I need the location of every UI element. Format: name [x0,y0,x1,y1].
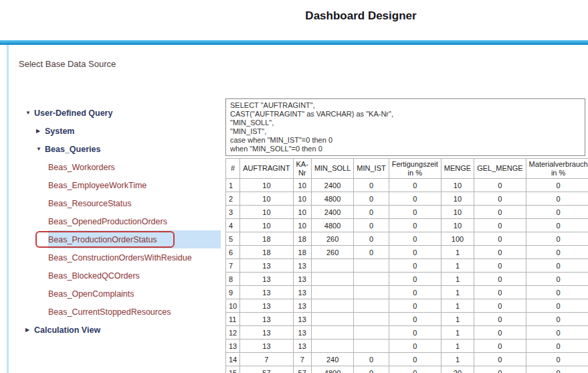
data-cell: 13 [240,286,293,299]
tree-item-label: Beas_OpenedProductionOrders [48,217,167,226]
table-row: 147724000100 [226,353,588,366]
tree-item-label: Beas_CurrentStoppedResources [48,307,171,317]
data-cell: 13 [293,273,311,286]
tree-item-label: Beas_OpenComplaints [48,289,134,299]
data-cell: 0 [474,179,526,192]
data-cell: 0 [526,179,588,192]
row-number-cell: 14 [226,353,240,366]
table-row: 1113130100 [226,313,588,326]
table-row: 1313130100 [226,340,588,353]
data-cell: 0 [389,259,441,273]
data-cell: 13 [293,313,311,326]
column-header-AUFTRAGINT: AUFTRAGINT [240,159,293,179]
row-number-cell: 2 [226,192,240,206]
data-cell [354,286,389,299]
data-cell: 0 [474,206,526,219]
data-cell [354,259,389,273]
data-cell: 0 [474,313,526,326]
tree-item-Beas_Workorders[interactable]: Beas_Workorders [48,158,221,176]
tree-item-Beas_OpenedProductionOrders[interactable]: Beas_OpenedProductionOrders [48,212,221,230]
data-cell: 0 [526,313,588,326]
data-cell: 0 [354,179,389,192]
tree-item-Beas_OpenComplaints[interactable]: Beas_OpenComplaints [48,285,221,303]
row-number-cell: 9 [226,286,240,299]
tree-item-label: System [45,127,74,136]
row-number-cell: 11 [226,313,240,326]
data-cell: 0 [526,192,588,206]
accent-bar [0,40,588,45]
tree-item-label: User-Defined Query [34,108,112,118]
row-number-cell: 4 [226,219,240,232]
data-cell: 260 [311,246,353,259]
row-number-cell: 1 [226,179,240,192]
data-cell: 0 [354,246,389,259]
data-cell [354,273,389,286]
data-cell: 10 [240,179,293,192]
data-cell: 13 [293,326,311,340]
data-cell: 0 [389,353,441,366]
data-cell: 4800 [311,366,353,373]
data-table: #AUFTRAGINTKA-NrMIN_SOLLMIN_ISTFertigung… [225,158,588,373]
data-cell: 0 [526,246,588,259]
data-cell: 0 [526,353,588,366]
table-row: 1213130100 [226,326,588,340]
data-cell: 0 [526,219,588,232]
data-cell: 0 [526,340,588,353]
column-header-#: # [226,159,240,179]
table-row: 518182600010000 [226,232,588,246]
tree-item-Beas_ResourceStatus[interactable]: Beas_ResourceStatus [48,194,221,212]
data-cell: 10 [441,192,474,206]
data-cell: 1 [441,326,474,340]
data-cell: 0 [389,192,441,206]
chevron-right-icon[interactable]: ▶ [36,128,45,134]
data-cell: 57 [293,366,311,373]
tree-item-Beas_ConstructionOrdersWithResidue[interactable]: Beas_ConstructionOrdersWithResidue [48,248,221,267]
data-cell: 1 [441,353,474,366]
row-number-cell: 3 [226,206,240,219]
tree-item-Beas_BlockedQCOrders[interactable]: Beas_BlockedQCOrders [48,267,221,285]
data-cell: 0 [474,273,526,286]
table-row: 6181826000100 [226,246,588,259]
data-cell: 0 [389,299,441,313]
data-cell: 0 [526,326,588,340]
data-cell: 2400 [311,206,353,219]
tree-item-label: Beas_ResourceStatus [48,199,131,208]
table-row: 913130100 [226,286,588,299]
tree-item-System[interactable]: ▶System [36,122,221,140]
tree-item-label: Beas_ProductionOrderStatus [48,235,157,244]
data-cell: 0 [526,259,588,273]
tree-item-Beas_ProductionOrderStatus[interactable]: Beas_ProductionOrderStatus [48,230,221,248]
data-cell: 10 [441,206,474,219]
data-cell: 4800 [311,192,353,206]
data-cell: 0 [474,232,526,246]
tree-item-Beas_EmployeeWorkTime[interactable]: Beas_EmployeeWorkTime [48,176,221,194]
data-cell: 0 [474,219,526,232]
data-cell: 1 [441,246,474,259]
tree-item-Calculation View[interactable]: ▶Calculation View [25,321,221,339]
data-cell: 0 [389,340,441,353]
chevron-down-icon[interactable]: ▼ [25,110,34,116]
data-cell: 13 [240,299,293,313]
data-cell: 13 [240,313,293,326]
data-cell: 57 [240,366,293,373]
table-row: 110102400001000 [226,179,588,192]
data-cell: 0 [526,206,588,219]
data-cell: 0 [526,273,588,286]
column-header-GEL_MENGE: GEL_MENGE [474,159,526,179]
chevron-down-icon[interactable]: ▼ [36,146,45,152]
data-cell: 18 [240,232,293,246]
data-cell: 0 [526,366,588,373]
column-header-MENGE: MENGE [441,159,474,179]
data-cell: 0 [474,299,526,313]
data-cell: 1 [441,286,474,299]
sql-preview[interactable]: SELECT "AUFTRAGINT", CAST("AUFTRAGINT" a… [225,98,585,156]
tree-item-User-Defined Query[interactable]: ▼User-Defined Query [25,104,221,122]
data-cell [311,259,353,273]
row-number-cell: 10 [226,299,240,313]
data-cell: 0 [389,206,441,219]
row-number-cell: 12 [226,326,240,340]
tree-item-Beas_CurrentStoppedResources[interactable]: Beas_CurrentStoppedResources [48,303,221,321]
tree-item-Beas_Queries[interactable]: ▼Beas_Queries [36,140,221,158]
chevron-right-icon[interactable]: ▶ [25,327,34,333]
data-cell: 0 [354,366,389,373]
